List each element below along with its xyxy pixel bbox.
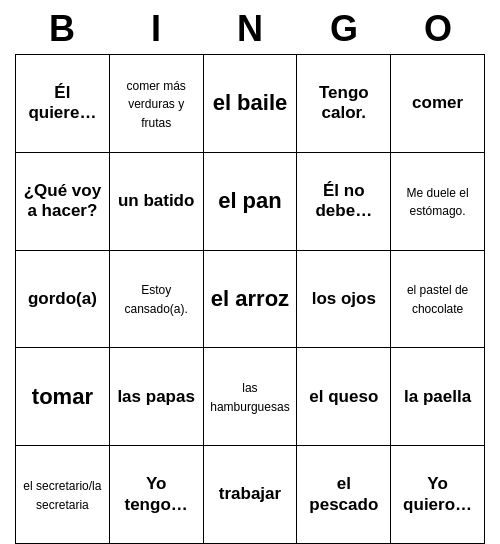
bingo-cell-r0-c1: comer más verduras y frutas — [109, 55, 203, 153]
bingo-cell-r3-c1: las papas — [109, 348, 203, 446]
bingo-cell-r3-c2: las hamburguesas — [203, 348, 297, 446]
bingo-cell-r2-c4: el pastel de chocolate — [391, 250, 485, 348]
bingo-cell-r4-c2: trabajar — [203, 446, 297, 544]
bingo-cell-r0-c4: comer — [391, 55, 485, 153]
bingo-cell-r0-c0: Él quiere… — [16, 55, 110, 153]
letter-b: B — [20, 8, 104, 50]
bingo-cell-r3-c4: la paella — [391, 348, 485, 446]
bingo-cell-r0-c2: el baile — [203, 55, 297, 153]
bingo-cell-r4-c0: el secretario/la secretaria — [16, 446, 110, 544]
bingo-cell-r4-c4: Yo quiero… — [391, 446, 485, 544]
letter-g: G — [302, 8, 386, 50]
bingo-cell-r0-c3: Tengo calor. — [297, 55, 391, 153]
bingo-cell-r1-c1: un batido — [109, 152, 203, 250]
letter-i: I — [114, 8, 198, 50]
bingo-cell-r2-c1: Estoy cansado(a). — [109, 250, 203, 348]
bingo-cell-r1-c3: Él no debe… — [297, 152, 391, 250]
bingo-cell-r2-c2: el arroz — [203, 250, 297, 348]
bingo-cell-r1-c2: el pan — [203, 152, 297, 250]
bingo-cell-r2-c3: los ojos — [297, 250, 391, 348]
letter-o: O — [396, 8, 480, 50]
bingo-cell-r1-c4: Me duele el estómago. — [391, 152, 485, 250]
bingo-cell-r3-c0: tomar — [16, 348, 110, 446]
letter-n: N — [208, 8, 292, 50]
bingo-grid: Él quiere…comer más verduras y frutasel … — [15, 54, 485, 544]
bingo-header: B I N G O — [15, 0, 485, 54]
bingo-cell-r1-c0: ¿Qué voy a hacer? — [16, 152, 110, 250]
bingo-cell-r4-c3: el pescado — [297, 446, 391, 544]
bingo-cell-r3-c3: el queso — [297, 348, 391, 446]
bingo-cell-r4-c1: Yo tengo… — [109, 446, 203, 544]
bingo-cell-r2-c0: gordo(a) — [16, 250, 110, 348]
